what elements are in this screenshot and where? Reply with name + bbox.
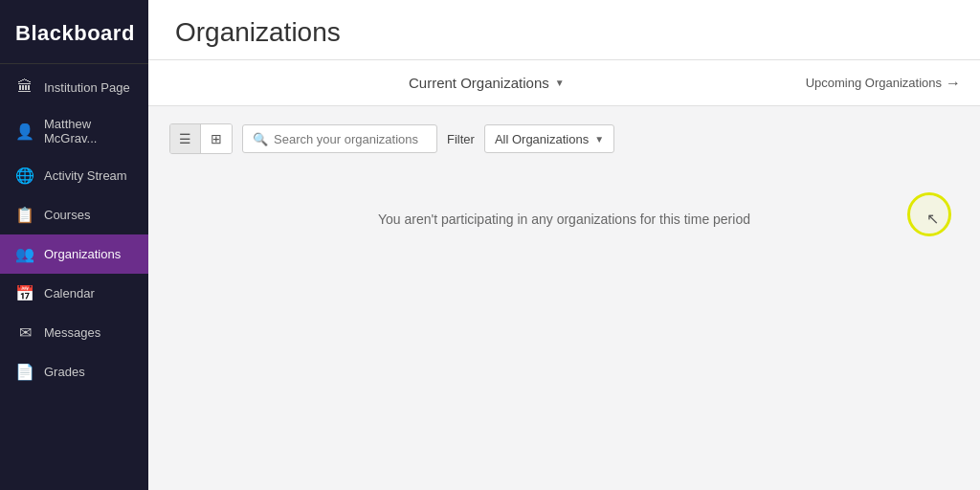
courses-icon: 📋 [15, 206, 34, 224]
content-area: ☰ ⊞ 🔍 Filter All Organizations ▼ You are… [148, 106, 980, 490]
sidebar-item-label: Activity Stream [44, 168, 127, 183]
sidebar-nav: 🏛 Institution Page 👤 Matthew McGrav... 🌐… [0, 64, 148, 490]
messages-icon: ✉ [15, 323, 34, 342]
grades-icon: 📄 [15, 363, 34, 381]
sidebar-item-calendar[interactable]: 📅 Calendar [0, 274, 148, 313]
organizations-icon: 👥 [15, 245, 34, 263]
user-icon: 👤 [15, 122, 34, 141]
sidebar-item-grades[interactable]: 📄 Grades [0, 352, 148, 391]
tab-bar: Current Organizations ▼ Upcoming Organiz… [148, 60, 980, 106]
view-toggle: ☰ ⊞ [169, 123, 233, 154]
sidebar-item-label: Institution Page [44, 80, 130, 95]
sidebar-logo[interactable]: Blackboard [0, 0, 148, 64]
empty-message-text: You aren't participating in any organiza… [378, 212, 750, 227]
filter-option-label: All Organizations [495, 132, 589, 146]
sidebar-item-label: Messages [44, 325, 100, 340]
chevron-down-icon: ▼ [594, 134, 604, 145]
tab-current-container: Current Organizations ▼ [167, 67, 806, 99]
search-icon: 🔍 [253, 132, 268, 146]
sidebar: Blackboard 🏛 Institution Page 👤 Matthew … [0, 0, 148, 490]
chevron-down-icon: ▼ [555, 78, 565, 88]
sidebar-item-label: Calendar [44, 286, 95, 301]
search-input[interactable] [274, 132, 427, 146]
arrow-right-icon: → [946, 75, 961, 92]
list-view-button[interactable]: ☰ [170, 124, 201, 153]
sidebar-item-user-profile[interactable]: 👤 Matthew McGrav... [0, 106, 148, 156]
sidebar-item-institution-page[interactable]: 🏛 Institution Page [0, 68, 148, 106]
grid-view-button[interactable]: ⊞ [201, 124, 232, 153]
main-content: Organizations Current Organizations ▼ Up… [148, 0, 980, 490]
sidebar-item-label: Matthew McGrav... [44, 117, 133, 145]
sidebar-item-organizations[interactable]: 👥 Organizations [0, 234, 148, 274]
toolbar: ☰ ⊞ 🔍 Filter All Organizations ▼ [169, 123, 959, 154]
sidebar-item-label: Organizations [44, 247, 121, 261]
sidebar-item-activity-stream[interactable]: 🌐 Activity Stream [0, 156, 148, 195]
activity-icon: 🌐 [15, 167, 34, 185]
calendar-icon: 📅 [15, 284, 34, 302]
sidebar-item-label: Courses [44, 208, 90, 222]
sidebar-item-label: Grades [44, 365, 85, 379]
page-title: Organizations [175, 17, 953, 48]
sidebar-item-courses[interactable]: 📋 Courses [0, 195, 148, 234]
tab-upcoming-organizations[interactable]: Upcoming Organizations → [806, 75, 961, 92]
tab-current-organizations[interactable]: Current Organizations ▼ [397, 67, 576, 99]
filter-label: Filter [447, 132, 475, 146]
logo-text: Blackboard [15, 21, 135, 45]
tab-upcoming-label: Upcoming Organizations [806, 76, 942, 90]
tab-current-label: Current Organizations [409, 75, 549, 91]
search-box: 🔍 [242, 124, 437, 153]
empty-state: You aren't participating in any organiza… [169, 173, 959, 265]
filter-dropdown[interactable]: All Organizations ▼ [484, 124, 614, 153]
page-header: Organizations [148, 0, 980, 60]
institution-icon: 🏛 [15, 78, 34, 96]
sidebar-item-messages[interactable]: ✉ Messages [0, 313, 148, 352]
